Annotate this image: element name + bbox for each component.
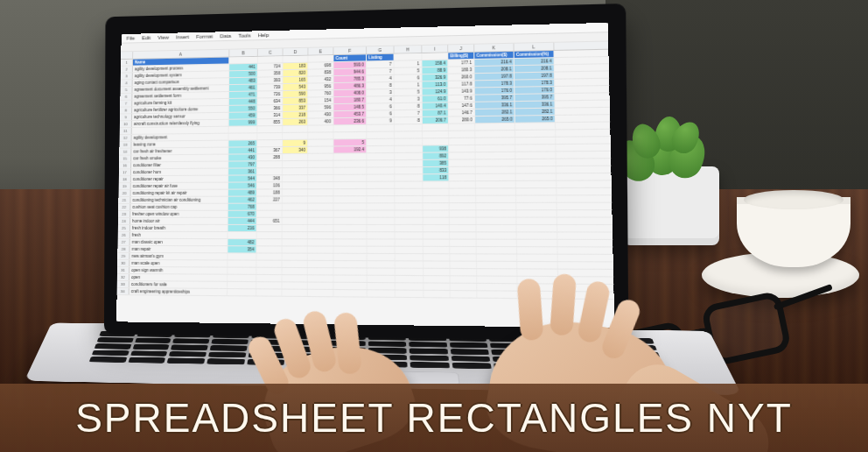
cell (423, 131, 449, 138)
cell (517, 262, 558, 269)
cell (257, 133, 283, 139)
cell (333, 132, 367, 138)
cell: 336.1 (515, 101, 556, 108)
cell: 471 (229, 91, 258, 97)
cell (477, 254, 517, 261)
cell: 9 (367, 117, 395, 124)
cell (451, 276, 478, 283)
column-header: J (448, 45, 474, 53)
cell (228, 275, 256, 281)
cell: 336.1 (475, 102, 515, 109)
column-header: K (474, 44, 514, 52)
cell (449, 152, 475, 159)
cell: 148.5 (333, 104, 367, 111)
cell: 724 (258, 63, 284, 69)
cell (396, 239, 424, 245)
cell: 462 (228, 197, 257, 203)
cell: 408.0 (333, 89, 367, 96)
menu-item: Format (196, 34, 213, 39)
cell (258, 56, 284, 62)
cell (333, 189, 367, 195)
cell (424, 196, 450, 202)
cell (396, 254, 424, 260)
cell (423, 138, 449, 145)
cell (283, 154, 308, 160)
cell (395, 203, 423, 209)
cell (395, 160, 423, 166)
cell (517, 232, 558, 238)
cell: 227 (257, 196, 283, 202)
cell: 154 (308, 97, 333, 103)
cell (450, 210, 477, 216)
cell: 596 (308, 104, 333, 110)
menu-item: Data (220, 33, 231, 39)
cell (257, 239, 283, 245)
cell (308, 182, 333, 188)
cell: 113.0 (423, 81, 449, 88)
cell: 216 (228, 225, 257, 231)
cell: 146.7 (449, 109, 475, 117)
cell (333, 211, 367, 217)
cell (395, 181, 423, 187)
cell: 938 (423, 145, 449, 152)
cell: 178.3 (475, 81, 515, 88)
cell: 482 (228, 239, 256, 245)
cell (475, 131, 515, 138)
cell (475, 145, 515, 152)
cell (368, 254, 396, 260)
cell (333, 239, 367, 245)
cell (424, 269, 450, 275)
cell: 3 (395, 96, 423, 103)
cell: 385 (423, 160, 449, 166)
cell: aircraft construction relentlessly flyin… (132, 120, 229, 127)
cell: 208.1 (474, 66, 514, 73)
cell: car fresh air freshener (131, 148, 228, 155)
cell: 853 (283, 98, 308, 104)
cell: Commission(%) (514, 51, 555, 58)
cell (368, 218, 396, 224)
cell: 236.6 (333, 118, 367, 125)
cell (476, 218, 516, 224)
cell (450, 247, 477, 253)
cell: 165 (283, 77, 308, 83)
cell (368, 203, 396, 209)
cell: 739 (258, 84, 284, 90)
cell: conditioner repair (131, 176, 228, 183)
cell (228, 232, 257, 238)
cell (283, 261, 308, 267)
cell (229, 133, 258, 139)
cell (476, 181, 516, 187)
cell (333, 153, 367, 159)
cell: 265 (228, 140, 257, 146)
cell (395, 138, 423, 145)
cell (477, 269, 517, 276)
cell: 698 (308, 62, 333, 69)
cell (395, 153, 423, 159)
cell (477, 291, 517, 298)
cell (449, 145, 475, 152)
cell (282, 275, 307, 281)
cell: 820 (283, 70, 308, 76)
cell (515, 159, 556, 166)
cell: 348 (257, 175, 283, 181)
cell (395, 210, 423, 216)
cell: 218 (283, 112, 308, 118)
cell (256, 253, 282, 259)
cell: conditioning repair kit air repair (131, 190, 228, 196)
cell (424, 254, 450, 260)
cell (476, 152, 516, 159)
cell (308, 275, 334, 281)
cell (283, 175, 308, 181)
cell (367, 182, 395, 188)
cell (516, 210, 557, 216)
cell: fresher open window open (130, 211, 228, 217)
cell: 8 (395, 103, 423, 110)
column-header: I (422, 45, 448, 53)
cell: 87.1 (423, 109, 449, 117)
cell (333, 175, 367, 181)
cell (396, 218, 424, 224)
cell (449, 159, 475, 166)
cell (333, 247, 367, 253)
cell: 117.8 (449, 81, 475, 88)
cell (368, 290, 396, 297)
